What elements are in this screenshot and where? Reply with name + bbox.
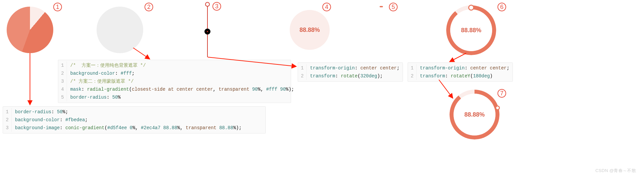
line-step3-mid-dot <box>204 29 210 35</box>
svg-line-4 <box>439 80 453 98</box>
step-badge-1: 1 <box>53 3 62 11</box>
code-line: mask: radial-gradient(closest-side at ce… <box>70 85 299 93</box>
pie-step1 <box>7 7 53 53</box>
lineno: 2 <box>408 72 417 80</box>
code-line: background-image: conic-gradient(#d5f4ee… <box>15 124 246 132</box>
code-line: border-radius: 50% <box>70 93 125 101</box>
step-badge-2: 2 <box>145 3 153 11</box>
lineno: 2 <box>298 72 307 80</box>
step-badge-6: 6 <box>497 3 506 11</box>
lineno: 4 <box>58 85 67 93</box>
ring-step6-end-dot <box>468 5 474 11</box>
circle-step2 <box>97 7 143 53</box>
percent-step7: 88.88% <box>464 111 484 118</box>
lineno: 3 <box>3 124 12 132</box>
code-line: /* 方案一：使用纯色背景遮罩 */ <box>70 61 151 69</box>
code-line: background-color: #fbedea; <box>15 116 92 124</box>
lineno: 2 <box>3 116 12 124</box>
percent-step6: 88.88% <box>461 27 481 34</box>
svg-line-1 <box>133 48 150 59</box>
svg-line-3 <box>450 53 466 62</box>
step-badge-7: 7 <box>497 89 506 98</box>
ring-step6-inner: 88.88% <box>450 9 492 51</box>
lineno: 1 <box>408 64 417 72</box>
step-badge-3: 3 <box>212 2 221 11</box>
codeblock-step6: 1transform-origin: center center; 2trans… <box>408 62 513 82</box>
lineno: 3 <box>58 77 67 85</box>
lineno: 1 <box>58 61 67 69</box>
codeblock-step2: 1/* 方案一：使用纯色背景遮罩 */ 2background-color: #… <box>58 60 291 103</box>
code-line: transform-origin: center center; <box>310 64 404 72</box>
dash-step5 <box>380 6 383 7</box>
code-line: transform-origin: center center; <box>420 64 514 72</box>
code-line: /* 方案二：使用蒙版遮罩 */ <box>70 77 138 85</box>
lineno: 5 <box>58 93 67 101</box>
code-line: transform: rotate(320deg); <box>310 72 388 80</box>
ring-step7-inner: 88.88% <box>454 94 495 135</box>
lineno: 1 <box>298 64 307 72</box>
lineno: 2 <box>58 69 67 77</box>
code-line: transform: rotateY(180deg) <box>420 72 497 80</box>
codeblock-step4: 1transform-origin: center center; 2trans… <box>298 62 403 82</box>
lineno: 1 <box>3 108 12 116</box>
code-line: border-radius: 50%; <box>15 108 73 116</box>
watermark: CSDN @青春～不散 <box>595 168 636 174</box>
step-badge-5: 5 <box>389 3 398 11</box>
circle-step4: 88.88% <box>290 10 330 50</box>
codeblock-step1: 1border-radius: 50%; 2background-color: … <box>3 106 266 133</box>
percent-step4: 88.88% <box>299 27 320 34</box>
code-line: background-color: #fff; <box>70 69 139 77</box>
line-step3-top-ring <box>205 2 210 7</box>
step-badge-4: 4 <box>322 3 331 11</box>
